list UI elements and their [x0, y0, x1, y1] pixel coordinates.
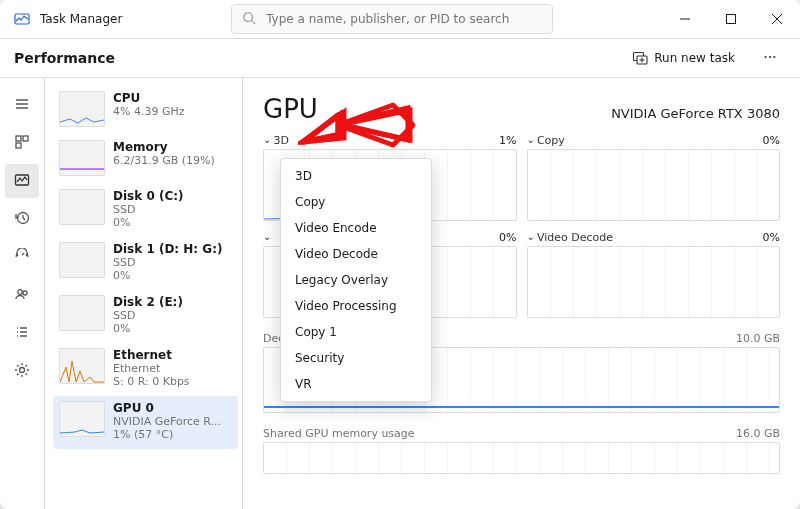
- sidebar-item-sub: 4% 4.39 GHz: [113, 105, 185, 118]
- processes-icon: [14, 134, 30, 153]
- nav-performance[interactable]: [5, 164, 39, 198]
- dropdown-item[interactable]: Security: [281, 345, 431, 371]
- nav-app-history[interactable]: [5, 202, 39, 236]
- run-task-icon: [632, 49, 648, 68]
- svg-line-22: [22, 253, 24, 255]
- more-menu-button[interactable]: [754, 44, 786, 72]
- run-new-task-button[interactable]: Run new task: [621, 43, 746, 73]
- shared-mem-label: Shared GPU memory usage: [263, 427, 415, 440]
- app-window: Task Manager Performance Run new task: [0, 0, 800, 509]
- sidebar-item-disk2[interactable]: Disk 2 (E:)SSD0%: [53, 290, 238, 343]
- gear-icon: [14, 362, 30, 381]
- sidebar-item-sub: 6.2/31.9 GB (19%): [113, 154, 215, 167]
- dropdown-item[interactable]: 3D: [281, 163, 431, 189]
- cpu-thumb: [59, 91, 105, 127]
- performance-sidebar[interactable]: CPU4% 4.39 GHz Memory6.2/31.9 GB (19%) D…: [45, 78, 243, 509]
- maximize-button[interactable]: [708, 0, 754, 38]
- gpu-tile-pct: 1%: [499, 134, 516, 147]
- gpu-tile-selector[interactable]: ⌄ 3D: [263, 134, 289, 147]
- dedicated-mem-max: 10.0 GB: [736, 332, 780, 345]
- sidebar-item-ethernet[interactable]: EthernetEthernetS: 0 R: 0 Kbps: [53, 343, 238, 396]
- svg-rect-4: [727, 15, 736, 24]
- nav-menu-button[interactable]: [5, 88, 39, 122]
- search-input[interactable]: [264, 11, 542, 27]
- svg-point-1: [244, 12, 253, 21]
- gpu-tile-selector[interactable]: ⌄ Video Decode: [527, 231, 613, 244]
- dropdown-item[interactable]: Video Processing: [281, 293, 431, 319]
- sidebar-item-disk0[interactable]: Disk 0 (C:)SSD0%: [53, 184, 238, 237]
- gpu-engine-dropdown: 3D Copy Video Encode Video Decode Legacy…: [280, 158, 432, 402]
- dropdown-item[interactable]: Copy 1: [281, 319, 431, 345]
- gpu-tile-pct: 0%: [763, 134, 780, 147]
- dropdown-item[interactable]: Video Decode: [281, 241, 431, 267]
- app-title: Task Manager: [40, 12, 122, 26]
- sidebar-item-sub2: 0%: [113, 216, 183, 229]
- history-icon: [14, 210, 30, 229]
- gpu-model: NVIDIA GeForce RTX 3080: [611, 106, 780, 121]
- gpu-tile-pct: 0%: [763, 231, 780, 244]
- svg-line-6: [772, 14, 782, 24]
- sidebar-item-gpu0[interactable]: GPU 0NVIDIA GeForce R...1% (57 °C): [53, 396, 238, 449]
- chevron-down-icon: ⌄: [263, 134, 271, 145]
- sidebar-item-label: Disk 0 (C:): [113, 189, 183, 203]
- nav-users[interactable]: [5, 278, 39, 312]
- performance-icon: [14, 172, 30, 191]
- nav-processes[interactable]: [5, 126, 39, 160]
- title-bar: Task Manager: [0, 0, 800, 39]
- nav-startup[interactable]: [5, 240, 39, 274]
- close-button[interactable]: [754, 0, 800, 38]
- gpu-tile-label: Copy: [537, 134, 565, 147]
- sidebar-item-sub2: 0%: [113, 269, 222, 282]
- dropdown-item[interactable]: VR: [281, 371, 431, 397]
- svg-point-31: [20, 367, 25, 372]
- disk-thumb: [59, 242, 105, 278]
- gpu-chart-copy: [527, 149, 781, 221]
- dropdown-item[interactable]: Copy: [281, 189, 431, 215]
- sidebar-item-label: Disk 1 (D: H: G:): [113, 242, 222, 256]
- gpu-tile-selector[interactable]: ⌄ Copy: [527, 134, 565, 147]
- shared-mem-chart: [263, 442, 780, 474]
- users-icon: [14, 286, 30, 305]
- gpu-tile-selector[interactable]: ⌄: [263, 232, 273, 243]
- disk-thumb: [59, 295, 105, 331]
- gpu-thumb: [59, 401, 105, 437]
- menu-icon: [14, 96, 30, 115]
- sidebar-item-label: Ethernet: [113, 348, 190, 362]
- svg-point-12: [769, 55, 771, 57]
- details-icon: [14, 324, 30, 343]
- sidebar-item-sub2: 0%: [113, 322, 183, 335]
- more-icon: [763, 50, 777, 67]
- sidebar-item-label: GPU 0: [113, 401, 221, 415]
- window-controls: [662, 0, 800, 38]
- nav-details[interactable]: [5, 316, 39, 350]
- dropdown-item[interactable]: Legacy Overlay: [281, 267, 431, 293]
- sidebar-item-sub2: 1% (57 °C): [113, 428, 221, 441]
- memory-thumb: [59, 140, 105, 176]
- sidebar-item-label: Memory: [113, 140, 215, 154]
- svg-point-11: [765, 55, 767, 57]
- svg-point-24: [23, 291, 27, 295]
- section-title: Performance: [14, 50, 115, 66]
- svg-line-5: [772, 14, 782, 24]
- sidebar-item-sub: Ethernet: [113, 362, 190, 375]
- gpu-tile-pct: 0%: [499, 231, 516, 244]
- run-task-label: Run new task: [654, 51, 735, 65]
- gpu-tile-label: Video Decode: [537, 231, 613, 244]
- sidebar-item-disk1[interactable]: Disk 1 (D: H: G:)SSD0%: [53, 237, 238, 290]
- sidebar-item-sub: SSD: [113, 203, 183, 216]
- chevron-down-icon: ⌄: [527, 231, 535, 242]
- sidebar-item-sub: SSD: [113, 309, 183, 322]
- sidebar-item-label: Disk 2 (E:): [113, 295, 183, 309]
- nav-services[interactable]: [5, 354, 39, 388]
- section-header: Performance Run new task: [0, 39, 800, 78]
- dropdown-item[interactable]: Video Encode: [281, 215, 431, 241]
- sidebar-item-sub2: S: 0 R: 0 Kbps: [113, 375, 190, 388]
- ethernet-thumb: [59, 348, 105, 384]
- startup-icon: [14, 248, 30, 267]
- minimize-button[interactable]: [662, 0, 708, 38]
- search-box[interactable]: [231, 4, 553, 34]
- nav-rail: [0, 78, 45, 509]
- sidebar-item-cpu[interactable]: CPU4% 4.39 GHz: [53, 86, 238, 135]
- sidebar-item-memory[interactable]: Memory6.2/31.9 GB (19%): [53, 135, 238, 184]
- chevron-down-icon: ⌄: [527, 134, 535, 145]
